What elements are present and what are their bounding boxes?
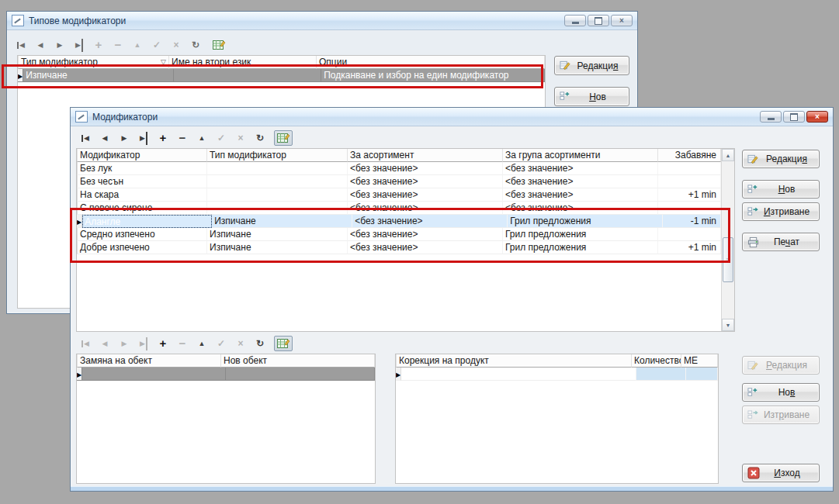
grid-cell: <без значение> [503,162,658,175]
refresh-button[interactable]: ↻ [255,133,265,143]
restore-button[interactable] [783,111,805,123]
prior-record-button[interactable]: ◀ [35,41,46,49]
row-indicator-cell: ▶ [396,368,401,381]
column-header[interactable]: Замяна на обект [78,354,221,368]
grid-header-row: Тип модификатор ▽ Име на втори език Опци… [18,56,545,69]
delete-record-button[interactable]: − [177,134,188,142]
grid-cell: <без значение> [348,175,503,188]
last-record-button[interactable]: ▶ [138,132,149,145]
delete-button[interactable]: Изтриване [742,202,820,221]
scrollbar-thumb[interactable]: ≡ [723,237,733,282]
grid-cell: Изпичане [212,215,352,228]
first-record-button[interactable]: ◀ [80,134,91,142]
grid-cell: <без значение> [348,162,503,175]
grid-cell: Подканване и избор на един модификатор [321,69,545,82]
table-row-selected-inactive[interactable]: ▶ [77,368,375,381]
column-header[interactable]: Корекция на продукт [397,354,632,368]
table-row[interactable]: На скара <без значение> <без значение> +… [77,188,721,202]
window-frame-bottom [71,486,833,491]
insert-record-button[interactable]: + [158,134,168,142]
grid-edit-icon [277,338,290,349]
close-button[interactable]: × [611,15,633,26]
minimize-button[interactable] [760,111,782,123]
column-header[interactable]: Нов обект [221,354,375,368]
delete-record-button: − [177,340,188,347]
next-record-button[interactable]: ▶ [54,41,65,49]
exit-button[interactable]: Изход [742,464,820,482]
new-button[interactable]: Нов [554,87,629,106]
minimize-button[interactable] [564,15,586,26]
table-row[interactable]: Без чесън <без значение> <без значение> [77,175,721,188]
column-header[interactable]: Опции [317,56,545,69]
scroll-down-button[interactable]: ▼ [722,319,734,331]
delete-record-icon [747,206,759,218]
column-header[interactable]: Име на втори език [169,56,317,69]
post-edit-button: ✓ [216,133,227,143]
restore-button[interactable] [588,15,609,26]
refresh-button[interactable]: ↻ [255,338,265,349]
window-title: Типове модификатори [29,16,126,26]
grid-edit-toggle[interactable] [274,130,293,146]
titlebar[interactable]: Модификатори × [71,108,833,126]
db-navigator-detail: ◀ ◀ ▶ ▶ + − ▲ ✓ × ↻ [80,336,293,351]
edit-record-button[interactable]: ▲ [196,134,207,142]
vertical-scrollbar[interactable]: ▲ ≡ ▼ [721,149,734,331]
row-indicator-icon: ▶ [77,371,81,378]
table-row[interactable]: Средно изпечено Изпичане <без значение> … [77,228,721,241]
column-header[interactable]: Тип модификатор [207,149,348,162]
table-row-selected[interactable]: ▶ Алангле Изпичане <без значение> Грил п… [77,215,721,228]
table-row[interactable]: С повече сирене <без значение> <без знач… [77,202,721,215]
quantity-cell [636,368,686,381]
grid-edit-toggle[interactable] [210,37,228,53]
minimize-icon [768,118,775,120]
next-record-button[interactable]: ▶ [119,134,130,142]
new-button-detail[interactable]: Нов [742,383,820,402]
insert-record-button[interactable]: + [158,340,168,347]
grid-edit-toggle[interactable] [274,336,293,351]
new-button[interactable]: Нов [742,180,820,198]
print-button[interactable]: Печат [742,233,820,251]
restore-icon [595,17,602,25]
grid-edit-icon [277,133,290,143]
titlebar[interactable]: Типове модификатори × [7,12,637,30]
grid-cell [207,162,348,175]
grid-cell: На скара [78,188,207,202]
row-indicator-icon: ▶ [77,219,81,226]
column-header[interactable]: Тип модификатор ▽ [19,56,169,69]
close-button[interactable]: × [806,111,828,123]
grid-cell [207,175,348,188]
scroll-up-button[interactable]: ▲ [722,149,734,161]
grid-cell [658,162,721,175]
last-record-button[interactable]: ▶ [74,39,85,52]
db-navigator: ◀ ◀ ▶ ▶ + − ▲ ✓ × ↻ [16,37,228,53]
column-header[interactable]: Модификатор [78,149,207,162]
post-edit-button: ✓ [151,40,162,50]
column-header[interactable]: МЕ [681,354,718,368]
column-header[interactable]: За група асортименти [503,149,658,162]
table-row[interactable]: Добре изпечено Изпичане <без значение> Г… [77,241,721,254]
grid-cell: Грил предложения [503,228,658,241]
window-title: Модификатори [92,112,158,123]
prior-record-button[interactable]: ◀ [99,134,110,142]
column-header[interactable]: Количество [632,354,681,368]
edit-record-button[interactable]: ▲ [196,340,207,347]
delete-record-button: − [113,41,123,49]
row-indicator-icon: ▶ [396,371,400,378]
edit-button[interactable]: Редакция [742,150,820,168]
column-header[interactable]: За асортимент [348,149,503,162]
grid-cell: <без значение> [348,228,503,241]
minimize-icon [572,22,579,24]
first-record-button[interactable]: ◀ [16,41,26,49]
edit-button[interactable]: Редакция [554,56,629,75]
grid-cell: Без лук [78,162,207,175]
column-header[interactable]: Забавяне [658,149,721,162]
form-icon [75,111,88,123]
table-row-selected-inactive[interactable]: ▶ Изпичане Подканване и избор на един мо… [18,69,545,82]
table-row[interactable]: Без лук <без значение> <без значение> [77,162,721,175]
refresh-button[interactable]: ↻ [190,40,201,50]
grid-cell: Изпичане [207,228,348,241]
grid-header-row: Модификатор Тип модификатор За асортимен… [77,149,721,162]
grid-cell-focused: Алангле [82,215,212,228]
table-row[interactable]: ▶ [396,368,718,381]
delete-button-detail: Изтриване [742,406,820,424]
